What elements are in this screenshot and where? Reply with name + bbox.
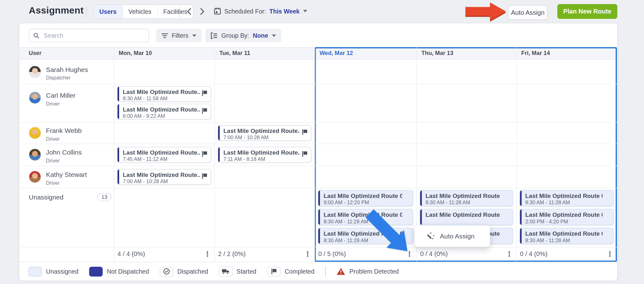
day-total: 0 / 5 (0%): [318, 250, 346, 258]
legend-item-problem-warning: Problem Detected: [336, 268, 399, 276]
day-total: 0 / 4 (0%): [420, 250, 448, 258]
day-menu-kebab[interactable]: ⋮: [304, 249, 312, 259]
previous-week-button[interactable]: [184, 6, 194, 17]
route-card-title: Last Mile Optimized Route...: [123, 106, 200, 113]
column-header-day[interactable]: Wed, Mar 12: [319, 50, 353, 56]
assignment-page: Assignment UsersVehiclesFacilities Sched…: [0, 0, 644, 284]
route-card-flag: [202, 151, 207, 159]
group-by-value: None: [253, 32, 268, 39]
legend-label: Completed: [285, 268, 314, 275]
user-role: Driver: [46, 158, 60, 164]
avatar: [29, 66, 41, 78]
column-header-day[interactable]: Thu, Mar 13: [421, 50, 453, 56]
plan-new-route-label: Plan New Route: [563, 8, 611, 15]
legend-label: Problem Detected: [349, 268, 399, 275]
unassigned-route-card[interactable]: Last Mile Optimized Route 00218:30 AM - …: [420, 190, 513, 206]
status-bar-not-dispatched: [520, 190, 522, 206]
route-card-title: Last Mile Optimized Route 0016: [324, 211, 402, 218]
row-divider: [19, 247, 617, 247]
completed-flag-icon: [202, 173, 207, 179]
route-card[interactable]: Last Mile Optimized Route...6:00 AM - 9:…: [117, 104, 211, 119]
chevron-down-icon: [303, 10, 307, 12]
route-card-time: 7:45 AM - 11:12 AM: [123, 156, 168, 162]
completed-flag-icon: [302, 151, 308, 157]
auto-assign-button[interactable]: Auto Assign: [508, 5, 547, 20]
red-annotation-arrow: [465, 2, 507, 21]
truck-icon: [222, 269, 230, 274]
day-menu-kebab[interactable]: ⋮: [506, 249, 513, 259]
route-card-time: 9:00 AM - 12:20 PM: [324, 200, 369, 205]
filters-label: Filters: [172, 32, 188, 39]
unassigned-route-card[interactable]: Last Mile Optimized Route 00278:30 AM - …: [519, 228, 613, 244]
unassigned-row-label: Unassigned: [29, 194, 63, 201]
view-tabs: UsersVehiclesFacilities: [93, 4, 193, 19]
legend-item-started-truck: Started: [219, 266, 256, 276]
status-bar-not-dispatched: [420, 190, 422, 206]
completed-flag-icon: [202, 108, 207, 114]
status-bar-not-dispatched: [118, 104, 119, 119]
unassigned-route-card[interactable]: Last Mile Optimized Route 00178:30 AM - …: [318, 228, 413, 244]
status-bar-not-dispatched: [118, 147, 119, 162]
unassigned-route-card[interactable]: Last Mile Optimized Route 0022: [420, 209, 513, 225]
unassigned-route-card[interactable]: Last Mile Optimized Route 00159:00 AM - …: [318, 190, 413, 206]
column-header-user: User: [29, 50, 42, 56]
unassigned-route-card[interactable]: Last Mile Optimized Route 00258:30 AM - …: [519, 190, 613, 206]
user-name: Sarah Hughes: [46, 66, 88, 74]
completed-flag-icon: [302, 129, 308, 135]
context-menu: Auto Assign: [415, 225, 490, 247]
legend-item-dispatched-check: Dispatched: [160, 266, 208, 276]
search-box: [29, 29, 149, 42]
route-card[interactable]: Last Mile Optimized Route...7:11 AM - 8:…: [218, 147, 311, 163]
day-menu-kebab[interactable]: ⋮: [606, 249, 614, 259]
context-menu-item-auto-assign[interactable]: Auto Assign: [440, 232, 475, 240]
scheduled-for-value: This Week: [269, 8, 300, 14]
completed-flag-icon: [202, 90, 207, 96]
user-name: Carl Miller: [46, 92, 75, 100]
unassigned-route-card[interactable]: Last Mile Optimized Route 00262:00 PM - …: [519, 209, 613, 225]
group-by-dropdown[interactable]: Group By: None: [205, 29, 281, 42]
route-card-title: Last Mile Optimized Route...: [224, 149, 300, 156]
user-role: Driver: [46, 101, 60, 106]
day-total: 2 / 2 (0%): [218, 250, 246, 258]
route-card-time: 7:00 AM - 10:28 AM: [224, 134, 269, 140]
status-legend: UnassignedNot DispatchedDispatchedStarte…: [19, 262, 617, 281]
column-header-day[interactable]: Mon, Mar 10: [119, 50, 152, 56]
grid-line: [516, 47, 517, 261]
scheduled-for-dropdown[interactable]: Scheduled For: This Week: [214, 8, 307, 15]
route-card-time: 8:30 AM - 11:28 AM: [525, 238, 570, 243]
user-role: Dispatcher: [46, 75, 70, 81]
chevron-down-icon: [272, 34, 276, 37]
filters-button[interactable]: Filters: [156, 29, 202, 42]
grid-line: [214, 47, 215, 261]
status-bar-not-dispatched: [218, 126, 220, 140]
legend-label: Dispatched: [177, 268, 208, 275]
search-input[interactable]: [43, 32, 144, 40]
day-total: 4 / 4 (0%): [118, 250, 145, 258]
route-card[interactable]: Last Mile Optimized Route...7:45 AM - 11…: [117, 147, 211, 163]
day-menu-kebab[interactable]: ⋮: [406, 249, 413, 259]
route-card[interactable]: Last Mile Optimized Route...7:00 AM - 10…: [117, 169, 211, 185]
column-header-day[interactable]: Tue, Mar 11: [219, 50, 250, 56]
next-week-button[interactable]: [197, 6, 208, 17]
legend-item-not-dispatched: Not Dispatched: [89, 266, 149, 276]
status-bar-not-dispatched: [118, 87, 119, 101]
status-bar-not-dispatched: [420, 209, 422, 225]
calendar-icon: [214, 8, 221, 15]
legend-divider: [325, 266, 325, 277]
unassigned-route-card[interactable]: Last Mile Optimized Route 00168:30 AM - …: [318, 209, 413, 225]
plan-new-route-button[interactable]: Plan New Route: [557, 4, 617, 19]
avatar: [29, 91, 41, 104]
group-by-icon: [211, 32, 218, 39]
route-card-title: Last Mile Optimized Route 0017: [324, 230, 402, 237]
column-header-day[interactable]: Fri, Mar 14: [521, 50, 550, 56]
status-bar-not-dispatched: [520, 209, 522, 225]
tab-users[interactable]: Users: [94, 5, 123, 19]
search-icon: [33, 32, 39, 39]
route-card[interactable]: Last Mile Optimized Route...7:00 AM - 10…: [218, 125, 311, 141]
completed-flag-icon: [271, 268, 277, 275]
day-menu-kebab[interactable]: ⋮: [204, 249, 211, 259]
route-card[interactable]: Last Mile Optimized Route...8:30 AM - 11…: [117, 86, 211, 102]
status-bar-not-dispatched: [118, 169, 119, 184]
route-card-flag: [302, 129, 308, 137]
tab-vehicles[interactable]: Vehicles: [123, 5, 158, 19]
